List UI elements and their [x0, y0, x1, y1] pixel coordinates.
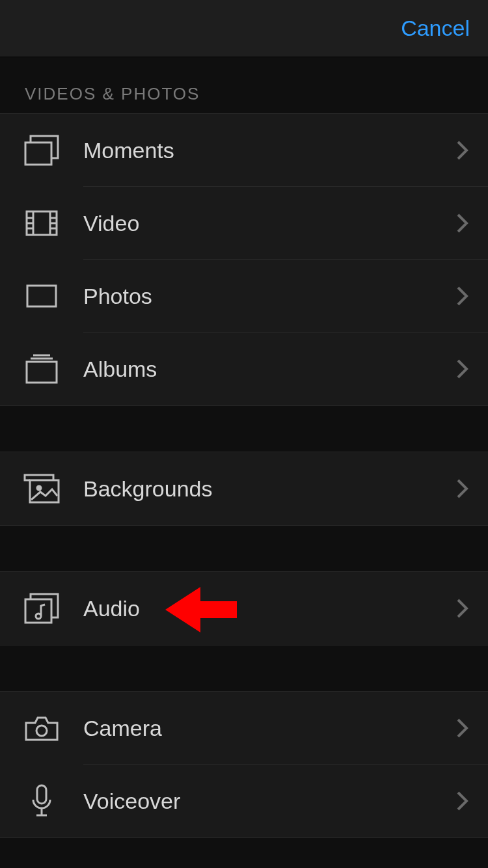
row-label: Moments [83, 138, 457, 163]
chevron-right-icon [457, 718, 468, 738]
svg-rect-18 [37, 785, 46, 804]
section-gap [0, 405, 488, 452]
chevron-right-icon [457, 286, 468, 306]
svg-point-17 [36, 726, 47, 736]
row-albums[interactable]: Albums [0, 332, 488, 405]
row-video[interactable]: Video [0, 187, 488, 260]
albums-icon [22, 349, 61, 388]
row-label: Audio [83, 596, 457, 621]
photo-icon [22, 277, 61, 316]
row-label: Voiceover [83, 789, 457, 814]
microphone-icon [22, 781, 61, 821]
row-label: Camera [83, 716, 457, 741]
bottom-spacer [0, 837, 488, 850]
section-header-videos-photos: VIDEOS & PHOTOS [0, 57, 488, 114]
row-photos[interactable]: Photos [0, 260, 488, 332]
chevron-right-icon [457, 479, 468, 498]
row-label: Video [83, 211, 457, 236]
row-label: Backgrounds [83, 476, 457, 502]
row-label: Albums [83, 357, 457, 382]
svg-rect-10 [27, 286, 56, 306]
camera-icon [22, 709, 61, 748]
filmstrip-icon [22, 204, 61, 243]
row-backgrounds[interactable]: Backgrounds [0, 452, 488, 525]
backgrounds-icon [22, 469, 61, 508]
section-gap [0, 525, 488, 572]
svg-point-15 [37, 486, 41, 490]
row-audio[interactable]: Audio [0, 572, 488, 645]
row-voiceover[interactable]: Voiceover [0, 765, 488, 837]
section-gap [0, 645, 488, 692]
svg-rect-0 [25, 142, 51, 165]
media-picker-screen: Cancel VIDEOS & PHOTOS Moments [0, 0, 488, 868]
svg-rect-13 [27, 362, 57, 383]
chevron-right-icon [457, 599, 468, 618]
chevron-right-icon [457, 141, 468, 160]
row-label: Photos [83, 284, 457, 309]
row-moments[interactable]: Moments [0, 114, 488, 187]
nav-bar: Cancel [0, 0, 488, 57]
chevron-right-icon [457, 213, 468, 233]
cancel-button[interactable]: Cancel [401, 16, 470, 41]
chevron-right-icon [457, 359, 468, 379]
row-camera[interactable]: Camera [0, 692, 488, 765]
chevron-right-icon [457, 791, 468, 811]
moments-icon [22, 131, 61, 170]
audio-icon [22, 589, 61, 628]
